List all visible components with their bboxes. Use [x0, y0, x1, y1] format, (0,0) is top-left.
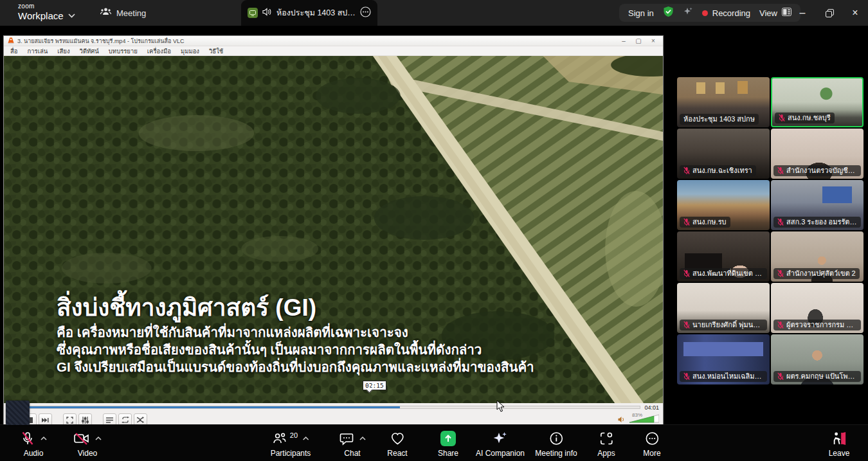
vlc-minimize-button[interactable]: –	[618, 37, 629, 44]
participant-tile[interactable]: สำนักงานปศุสัตว์เขต 2	[771, 231, 863, 282]
volume-percent-label: 83%	[632, 412, 642, 418]
share-label: Share	[438, 449, 458, 458]
vlc-menu-view[interactable]: มุมมอง	[181, 46, 199, 56]
recording-dot-icon	[702, 10, 708, 16]
participant-name: สสก.3 ระยอง อมรรัตน์ ลิ้ม...	[786, 217, 857, 227]
more-ellipsis-icon	[644, 431, 660, 446]
chat-label: Chat	[344, 449, 360, 458]
ellipsis-circle-icon[interactable]	[360, 6, 371, 20]
window-restore-button[interactable]	[817, 0, 842, 26]
mic-muted-icon	[20, 431, 35, 446]
meeting-info-button[interactable]: Meeting info	[535, 430, 577, 458]
chevron-up-icon[interactable]	[41, 437, 47, 440]
window-minimize-button[interactable]: –	[790, 0, 815, 26]
more-button[interactable]: More	[643, 430, 660, 458]
mic-muted-icon	[683, 372, 690, 381]
zoom-workplace-logo: zoom Workplace	[18, 3, 64, 21]
mic-muted-icon	[683, 218, 690, 226]
mic-muted-icon	[683, 321, 690, 329]
vlc-menu-video[interactable]: วิดีทัศน์	[80, 46, 99, 56]
seek-bar-fill	[8, 406, 400, 408]
leave-door-icon	[831, 431, 847, 446]
overlay-line-1: คือ เครื่องหมายที่ใช้กับสินค้าที่มาจากแห…	[57, 323, 534, 341]
mic-muted-icon	[777, 269, 784, 278]
video-button[interactable]: Video	[73, 430, 102, 458]
chevron-up-icon[interactable]	[95, 437, 102, 440]
participant-tile[interactable]: ห้องประชุม 1403 สปกษ	[677, 77, 770, 127]
mic-muted-icon	[777, 372, 784, 381]
ai-sparkle-icon	[492, 431, 509, 446]
audio-button[interactable]: Audio	[20, 430, 47, 458]
participant-name: ห้องประชุม 1403 สปกษ	[683, 114, 755, 124]
participant-name: ผตร.คมกฤษ แป้นโพธิ์กลาง	[786, 372, 857, 381]
participant-name: นายเกรียงศักดิ์ พุ่มนาค (ร...	[692, 320, 763, 330]
tab-shared-screen[interactable]: ห้องประชุม 1403 สปกษ's screen	[241, 0, 377, 26]
participant-tile-active-speaker[interactable]: สนง.กษ.ชลบุรี	[771, 77, 863, 127]
vlc-window-title: 3. นายสมเจียร พรหมแม้นคน จ.ราชบุรี.mp4 -…	[17, 37, 615, 46]
react-button[interactable]: React	[387, 430, 407, 458]
vlc-restore-button[interactable]: ▢	[633, 37, 644, 44]
apps-icon	[599, 431, 614, 446]
participant-tile[interactable]: สนง.พัฒนาที่ดินเขต 2 ชล...	[677, 231, 770, 282]
vlc-menu-playback[interactable]: การเล่น	[28, 46, 48, 56]
sparkle-icon[interactable]	[683, 6, 693, 19]
participant-tile[interactable]: สสก.3 ระยอง อมรรัตน์ ลิ้ม...	[771, 180, 863, 230]
participant-tile[interactable]: สนง.กษ.รบ	[677, 180, 770, 230]
vlc-title-bar[interactable]: 3. นายสมเจียร พรหมแม้นคน จ.ราชบุรี.mp4 -…	[4, 36, 663, 46]
participants-button[interactable]: 20 Participants	[271, 430, 311, 458]
audio-label: Audio	[24, 449, 44, 458]
participant-tile[interactable]: ผตร.คมกฤษ แป้นโพธิ์กลาง	[771, 334, 863, 384]
vlc-menu-audio[interactable]: เสียง	[57, 46, 69, 56]
apps-button[interactable]: Apps	[597, 430, 615, 458]
participant-name: สนง.หม่อนไหมเฉลิมพระเกี...	[692, 372, 763, 381]
participants-label: Participants	[271, 449, 311, 458]
video-label: Video	[78, 449, 97, 458]
participants-video-strip: ห้องประชุม 1403 สปกษ สนง.กษ.ชลบุรี สนง.ก…	[677, 77, 865, 384]
top-bar: zoom Workplace Meeting ห้องประชุม 1403 ส…	[0, 0, 868, 26]
participant-tile[interactable]: ผู้ตรวจราชการกรม กรมปร...	[771, 283, 863, 333]
chevron-up-icon[interactable]	[303, 437, 309, 440]
ai-companion-label: AI Companion	[476, 449, 525, 458]
chevron-up-icon[interactable]	[359, 437, 366, 440]
total-time: 04:01	[644, 404, 659, 411]
participant-name: สนง.กษ.ชลบุรี	[788, 113, 831, 123]
sign-in-button[interactable]: Sign in	[628, 8, 654, 18]
meeting-tab-label: Meeting	[116, 8, 146, 18]
participant-name: สนง.กษ.ฉะเชิงเทรา	[692, 166, 752, 176]
participant-tile[interactable]: สนง.กษ.ฉะเชิงเทรา	[677, 129, 770, 179]
mic-muted-icon	[777, 218, 784, 226]
overlay-headline: สิ่งบ่งชี้ทางภูมิศาสตร์ (GI)	[57, 293, 534, 323]
vlc-menu-help[interactable]: วิธีใช้	[209, 46, 223, 56]
recording-indicator: Recording	[702, 8, 750, 18]
seek-bar[interactable]	[8, 406, 640, 409]
vlc-menu-subtitle[interactable]: บทบรรยาย	[109, 46, 138, 56]
vlc-menu-media[interactable]: สื่อ	[10, 46, 18, 56]
tab-meeting[interactable]: Meeting	[95, 0, 151, 26]
logo-zoom-text: zoom	[18, 3, 64, 10]
heart-icon	[390, 431, 405, 446]
share-screen-icon	[440, 431, 456, 446]
window-close-button[interactable]: ×	[842, 0, 868, 26]
chevron-down-icon[interactable]	[68, 9, 75, 21]
zoom-meeting-window: zoom Workplace Meeting ห้องประชุม 1403 ส…	[0, 0, 868, 461]
overlay-line-3: GI จึงเปรียบเสมือนเป็นแบรนด์ของท้องถิ่นท…	[57, 358, 534, 375]
vlc-menu-tools[interactable]: เครื่องมือ	[147, 46, 171, 56]
shield-check-icon[interactable]	[663, 6, 674, 20]
chat-bubble-icon	[339, 431, 354, 446]
participants-icon	[272, 431, 287, 446]
logo-workplace-text: Workplace	[18, 11, 64, 21]
leave-label: Leave	[829, 449, 850, 458]
meeting-toolbar: Audio Video 20 Participants Chat	[0, 424, 868, 461]
vlc-close-button[interactable]: ×	[647, 37, 659, 44]
meeting-info-label: Meeting info	[535, 449, 577, 458]
mic-muted-icon	[683, 269, 690, 278]
chat-button[interactable]: Chat	[339, 430, 366, 458]
leave-button[interactable]: Leave	[829, 430, 850, 458]
participant-tile[interactable]: สำนักงานตรวจบัญชีสหกร...	[771, 129, 863, 179]
video-display-area[interactable]: สิ่งบ่งชี้ทางภูมิศาสตร์ (GI) คือ เครื่อง…	[4, 56, 663, 403]
view-button[interactable]: View	[759, 7, 791, 19]
participant-tile[interactable]: นายเกรียงศักดิ์ พุ่มนาค (ร...	[677, 283, 770, 333]
share-button[interactable]: Share	[438, 430, 458, 458]
ai-companion-button[interactable]: AI Companion	[476, 430, 525, 458]
participant-tile[interactable]: สนง.หม่อนไหมเฉลิมพระเกี...	[677, 334, 770, 384]
